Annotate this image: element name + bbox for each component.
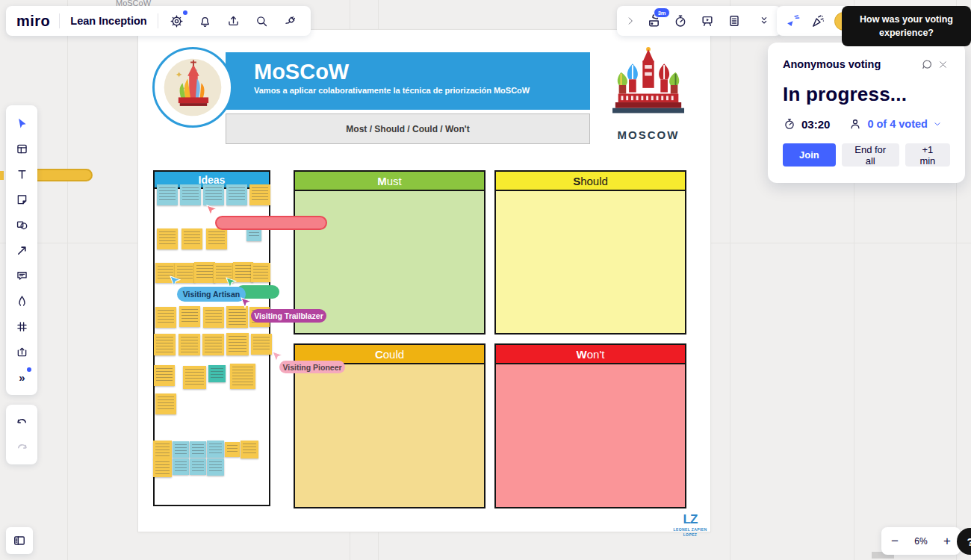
reactions-toolbar [777, 6, 850, 36]
highlighter-stroke-fragment [0, 171, 4, 180]
sticky-note[interactable] [203, 184, 224, 205]
sticky-note-tool[interactable] [9, 187, 34, 212]
sticky-note[interactable] [241, 441, 258, 458]
sticky-note[interactable] [155, 393, 176, 414]
sticky-note[interactable] [206, 228, 227, 249]
board-header-badge[interactable]: ✦ ✚ • [152, 47, 233, 128]
sticky-note[interactable] [153, 458, 172, 477]
sticky-note[interactable] [226, 184, 247, 205]
chevron-right-icon[interactable] [624, 11, 636, 31]
upload-tool[interactable] [9, 339, 34, 364]
export-icon[interactable] [224, 11, 243, 31]
canvas[interactable]: MoSCoW ✦ ✚ • MoSCoW [0, 0, 971, 560]
join-button[interactable]: Join [783, 143, 836, 167]
text-tool[interactable] [9, 161, 34, 187]
quadrant-wont[interactable]: Won't [494, 343, 686, 508]
sticky-note[interactable] [173, 441, 189, 458]
voting-icon[interactable]: 3m [644, 11, 663, 31]
undo-redo-panel [6, 405, 37, 464]
laser-pointer-icon[interactable] [784, 11, 801, 31]
sticky-note[interactable] [182, 228, 202, 249]
sticky-note[interactable] [230, 364, 255, 389]
undo-icon[interactable] [9, 409, 34, 435]
collaborator-label [215, 216, 327, 230]
extend-time-button[interactable]: +1 min [905, 143, 950, 167]
zoom-in-button[interactable]: + [943, 535, 951, 547]
sticky-note[interactable] [183, 366, 206, 389]
sticky-note[interactable] [157, 184, 178, 205]
sticky-note[interactable] [251, 334, 272, 355]
quadrant-could-body[interactable] [295, 364, 484, 507]
sticky-note[interactable] [179, 306, 200, 327]
moscow-figure[interactable]: MOSCOW [611, 43, 686, 141]
comment-icon[interactable] [919, 55, 935, 74]
quadrant-wont-body[interactable] [496, 364, 685, 507]
cathedral-badge-illustration: ✦ ✚ • [158, 53, 227, 122]
sticky-note[interactable] [179, 334, 200, 355]
quadrant-should-body[interactable] [496, 191, 685, 333]
sticky-note[interactable] [180, 184, 201, 205]
more-tools[interactable]: » [9, 364, 34, 390]
voting-timer: 03:20 [801, 118, 830, 131]
top-toolbar: miro Lean Inception [6, 6, 311, 36]
sticky-note[interactable] [207, 458, 224, 476]
board-header-title: MoSCoW [254, 60, 590, 84]
sticky-note[interactable] [154, 334, 176, 355]
connector-tool[interactable] [9, 237, 34, 263]
notification-dot [27, 367, 31, 372]
facilitation-toolbar: 3m [617, 6, 781, 36]
collaborator-cursor [170, 276, 181, 290]
canvas-gridline [67, 0, 68, 560]
author-credit: LZ LEONEL ZAPIEN LOPEZ [670, 512, 710, 538]
sticky-note[interactable] [226, 333, 249, 355]
sticky-note[interactable] [208, 365, 226, 382]
tool-sidebar: » [6, 105, 37, 395]
presentation-icon[interactable] [698, 11, 717, 31]
sticky-note[interactable] [157, 228, 178, 249]
comment-tool[interactable] [9, 263, 34, 288]
voting-experience-tooltip: How was your voting experience? [842, 6, 971, 46]
plug-icon[interactable] [281, 11, 300, 31]
search-icon[interactable] [252, 11, 272, 31]
sticky-note[interactable] [154, 365, 175, 386]
sticky-note[interactable] [207, 441, 224, 458]
templates-tool[interactable] [9, 136, 34, 161]
sticky-note[interactable] [153, 441, 172, 459]
bell-icon[interactable] [196, 11, 215, 31]
end-for-all-button[interactable]: End for all [842, 143, 899, 167]
st-basils-illustration [612, 43, 684, 127]
sticky-note[interactable] [155, 307, 176, 328]
sticky-note[interactable] [173, 458, 189, 475]
close-icon[interactable] [935, 55, 950, 74]
notes-icon[interactable] [725, 11, 744, 31]
sticky-note[interactable] [194, 262, 215, 283]
zoom-out-button[interactable]: − [891, 535, 899, 547]
miro-logo[interactable]: miro [16, 13, 50, 30]
redo-icon[interactable] [9, 435, 34, 460]
sticky-note[interactable] [225, 442, 240, 457]
collapse-icon[interactable] [754, 11, 774, 31]
board-header-subtitle: Vamos a aplicar colaborativamente la téc… [254, 86, 590, 95]
frame-tool[interactable] [9, 314, 34, 339]
quadrant-should[interactable]: Should [494, 170, 686, 335]
shapes-tool[interactable] [9, 212, 34, 237]
board-header-banner[interactable]: MoSCoW Vamos a aplicar colaborativamente… [226, 52, 590, 110]
sticky-note[interactable] [251, 263, 270, 282]
zoom-level[interactable]: 6% [914, 536, 927, 547]
sticky-note[interactable] [190, 458, 206, 475]
board-name[interactable]: Lean Inception [69, 15, 148, 27]
panel-toggle-button[interactable] [6, 527, 33, 554]
method-bar[interactable]: Most / Should / Could / Won't [226, 113, 590, 144]
sticky-note[interactable] [203, 307, 224, 328]
confetti-icon[interactable] [810, 11, 825, 31]
pen-tool[interactable] [9, 288, 34, 314]
sticky-note[interactable] [249, 184, 270, 205]
quadrant-must-title: Must [295, 172, 484, 190]
timer-icon[interactable] [671, 11, 690, 31]
gear-icon[interactable] [167, 11, 187, 31]
voting-count[interactable]: 0 of 4 voted [867, 118, 928, 130]
select-tool[interactable] [9, 111, 34, 136]
sticky-note[interactable] [202, 334, 224, 355]
sticky-note[interactable] [190, 441, 206, 458]
chevron-down-icon[interactable] [933, 119, 942, 128]
